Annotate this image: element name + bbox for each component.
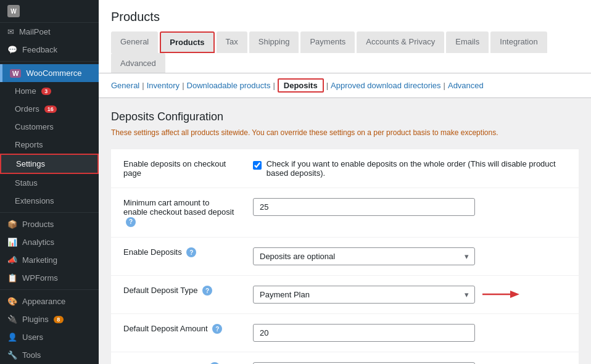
checkbox-label: Check if you want to enable deposits on …	[267, 159, 566, 178]
subnav-deposits[interactable]: Deposits	[278, 78, 324, 93]
field-label-enable-deposits: Enable deposits on checkout page	[111, 149, 247, 188]
sidebar-item-label: Users	[22, 333, 43, 342]
sidebar-logo[interactable]: W	[0, 0, 99, 23]
sidebar-item-label: Appearance	[22, 297, 65, 306]
tab-accounts[interactable]: Accounts & Privacy	[357, 31, 444, 53]
tab-tax[interactable]: Tax	[217, 31, 247, 53]
sidebar-divider	[0, 61, 99, 62]
notice-text: These settings affect all products sitew…	[111, 128, 579, 137]
table-row: Default Deposit Amount ?	[111, 313, 579, 352]
section-title: Deposits Configuration	[111, 110, 579, 123]
sidebar-item-analytics[interactable]: 📊 Analytics	[0, 233, 99, 251]
sidebar-item-products[interactable]: 📦 Products	[0, 215, 99, 233]
sidebar-item-marketing[interactable]: 📣 Marketing	[0, 251, 99, 269]
sidebar-item-wpforms[interactable]: 📋 WPForms	[0, 269, 99, 287]
woo-icon: W	[10, 69, 21, 78]
sidebar-item-label: Extensions	[15, 196, 54, 205]
sidebar-item-woocommerce[interactable]: W WooCommerce	[0, 64, 99, 82]
sidebar-item-feedback[interactable]: 💬 Feedback	[0, 41, 99, 59]
sidebar-item-label: WooCommerce	[26, 68, 81, 78]
sidebar-item-tools[interactable]: 🔧 Tools	[0, 346, 99, 364]
enable-deposits-checkbox[interactable]	[253, 160, 262, 170]
tab-advanced[interactable]: Advanced	[111, 53, 165, 73]
enable-deposits-select-wrap: Deposits are optional Deposits are requi…	[253, 247, 475, 265]
field-cell-payment-plans: × Guitar for Beginners Payment Plan	[247, 352, 579, 364]
subnav-advanced[interactable]: Advanced	[448, 81, 484, 90]
tab-emails[interactable]: Emails	[446, 31, 489, 53]
tab-products[interactable]: Products	[160, 31, 214, 53]
marketing-icon: 📣	[7, 255, 17, 265]
sidebar-item-label: Tools	[22, 350, 41, 360]
field-label-min-cart: Minimum cart amount to enable checkout b…	[111, 188, 247, 238]
sidebar-item-mailpoet[interactable]: ✉ MailPoet	[0, 23, 99, 41]
table-row: Minimum cart amount to enable checkout b…	[111, 188, 579, 238]
subnav-inventory[interactable]: Inventory	[147, 81, 180, 90]
sidebar-item-status[interactable]: Status	[0, 174, 99, 192]
wp-logo-icon: W	[7, 5, 20, 17]
help-icon[interactable]: ?	[126, 217, 136, 227]
sidebar-item-users[interactable]: 👤 Users	[0, 328, 99, 346]
plugins-badge: 8	[54, 316, 64, 323]
feedback-icon: 💬	[7, 45, 17, 54]
sidebar-item-home[interactable]: Home 3	[0, 82, 99, 100]
sidebar-item-reports[interactable]: Reports	[0, 136, 99, 154]
sidebar-divider-3	[0, 289, 99, 290]
content-area: Deposits Configuration These settings af…	[99, 98, 591, 364]
sidebar-item-extensions[interactable]: Extensions	[0, 192, 99, 210]
checkbox-row: Check if you want to enable deposits on …	[253, 159, 566, 178]
sidebar-item-customers[interactable]: Customers	[0, 118, 99, 136]
sidebar-item-label: Analytics	[22, 238, 54, 247]
sidebar-item-label: Customers	[15, 122, 54, 131]
mailpoet-icon: ✉	[7, 27, 14, 36]
sidebar-item-label: Status	[15, 178, 38, 188]
table-row: Enable Deposits ? Deposits are optional …	[111, 237, 579, 275]
subnav-approved[interactable]: Approved download directories	[331, 81, 441, 90]
orders-badge: 16	[44, 105, 57, 113]
sidebar-divider-2	[0, 212, 99, 213]
svg-marker-1	[510, 291, 519, 298]
sidebar-item-plugins[interactable]: 🔌 Plugins 8	[0, 310, 99, 328]
wpforms-icon: 📋	[7, 273, 17, 283]
sidebar-item-label: Settings	[16, 159, 45, 168]
sidebar-item-orders[interactable]: Orders 16	[0, 100, 99, 118]
sidebar-item-label: Orders	[15, 104, 39, 114]
subnav-downloadable[interactable]: Downloadable products	[187, 81, 271, 90]
field-cell-enable-deposits: Check if you want to enable deposits on …	[247, 149, 579, 188]
min-cart-input[interactable]	[253, 198, 475, 216]
main-content: Products General Products Tax Shipping P…	[99, 0, 591, 364]
help-icon-3[interactable]: ?	[202, 286, 212, 296]
help-icon-4[interactable]: ?	[212, 324, 222, 334]
page-title: Products	[111, 5, 579, 31]
sidebar-item-label: Feedback	[22, 45, 57, 54]
table-row: Default Payment Plans ? × Guitar for Beg…	[111, 352, 579, 364]
tab-general[interactable]: General	[111, 31, 158, 53]
subnav-general[interactable]: General	[111, 81, 139, 90]
sub-nav: General | Inventory | Downloadable produ…	[99, 73, 591, 98]
field-cell-deposit-amount	[247, 313, 579, 352]
tab-shipping[interactable]: Shipping	[249, 31, 299, 53]
tabs-row: General Products Tax Shipping Payments A…	[111, 31, 579, 73]
sidebar-item-label: MailPoet	[19, 27, 51, 36]
field-label-payment-plans: Default Payment Plans ?	[111, 352, 247, 364]
red-arrow-deposit-type	[482, 287, 519, 302]
sidebar-item-settings[interactable]: Settings	[0, 154, 99, 174]
sidebar-item-label: Marketing	[22, 255, 57, 265]
tab-integration[interactable]: Integration	[490, 31, 547, 53]
field-label-enable-deposits-select: Enable Deposits ?	[111, 237, 247, 275]
sidebar-item-label: Home	[15, 86, 36, 96]
tools-icon: 🔧	[7, 350, 17, 360]
sidebar-item-label: Plugins	[22, 315, 49, 324]
tab-payments[interactable]: Payments	[300, 31, 355, 53]
table-row: Default Deposit Type ? Payment Plan Perc…	[111, 275, 579, 313]
help-icon-2[interactable]: ?	[186, 247, 196, 257]
sidebar-item-appearance[interactable]: 🎨 Appearance	[0, 292, 99, 310]
deposit-amount-input[interactable]	[253, 324, 475, 342]
red-arrow-payment-plans	[482, 362, 519, 364]
payment-plans-tag-input[interactable]: × Guitar for Beginners Payment Plan	[253, 362, 475, 364]
deposit-type-select[interactable]: Payment Plan Percentage Fixed Amount	[253, 286, 475, 304]
users-icon: 👤	[7, 333, 17, 342]
sidebar-item-label: WPForms	[22, 273, 58, 283]
appearance-icon: 🎨	[7, 297, 17, 306]
enable-deposits-select[interactable]: Deposits are optional Deposits are requi…	[253, 247, 475, 265]
form-table: Enable deposits on checkout page Check i…	[111, 149, 579, 364]
